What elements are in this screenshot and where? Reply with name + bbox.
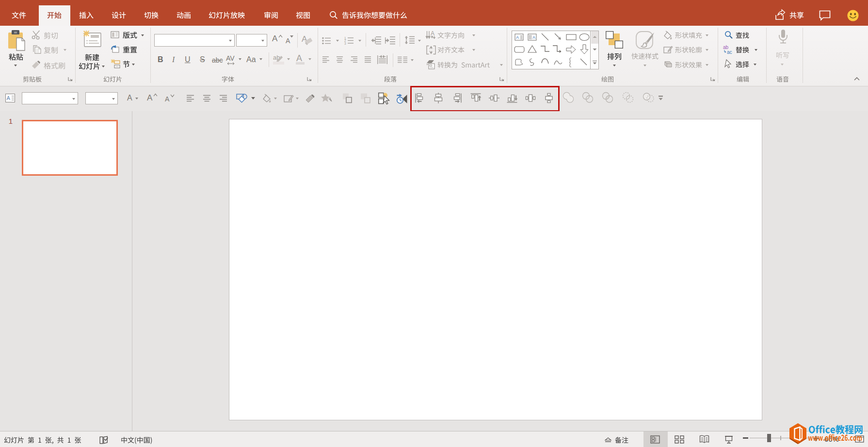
svg-text:A: A xyxy=(7,95,11,101)
svg-text:A: A xyxy=(532,35,535,40)
svg-text:3: 3 xyxy=(344,42,346,45)
svg-text:A: A xyxy=(516,35,519,40)
svg-text:A: A xyxy=(431,30,434,37)
svg-text:ac: ac xyxy=(727,50,732,55)
